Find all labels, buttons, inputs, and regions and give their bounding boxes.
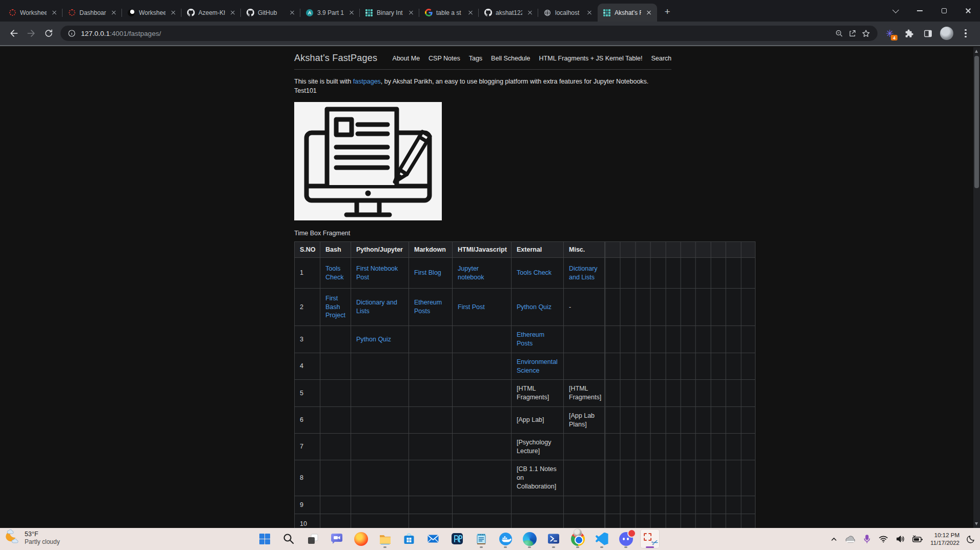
- share-icon[interactable]: [848, 29, 856, 37]
- table-cell-empty: [605, 496, 756, 514]
- pb-app-icon[interactable]: [447, 529, 467, 548]
- page-scrollbar[interactable]: [973, 47, 980, 528]
- search-icon[interactable]: [279, 529, 298, 548]
- nav-link-tags[interactable]: Tags: [469, 55, 482, 62]
- table-cell: Environmental Science: [512, 353, 564, 380]
- chrome-icon[interactable]: [568, 529, 587, 548]
- tab-close-icon[interactable]: [169, 9, 177, 17]
- volume-icon[interactable]: [894, 534, 906, 544]
- nav-link-about-me[interactable]: About Me: [393, 55, 420, 62]
- page-title[interactable]: Akshat's FastPages: [294, 53, 377, 64]
- menu-kebab-icon[interactable]: [958, 26, 973, 40]
- tray-chevron-icon[interactable]: [829, 534, 839, 544]
- table-link[interactable]: Dictionary and Lists: [569, 265, 598, 281]
- table-link[interactable]: Python Quiz: [356, 336, 391, 343]
- onedrive-icon[interactable]: [844, 534, 857, 544]
- discord-icon[interactable]: [616, 529, 636, 548]
- table-link[interactable]: Jupyter notebook: [458, 265, 484, 281]
- table-link[interactable]: First Notebook Post: [356, 265, 398, 281]
- tab-close-icon[interactable]: [466, 9, 475, 17]
- chat-icon[interactable]: [327, 529, 346, 548]
- tab-close-icon[interactable]: [645, 9, 653, 17]
- table-link[interactable]: Ethereum Posts: [414, 299, 442, 315]
- nav-link-bell-schedule[interactable]: Bell Schedule: [491, 55, 530, 62]
- fastpages-link[interactable]: fastpages: [353, 78, 381, 85]
- browser-tab[interactable]: Azeem-Kh: [181, 4, 241, 22]
- nav-link-search[interactable]: Search: [651, 55, 671, 62]
- start-button[interactable]: [255, 529, 274, 548]
- vscode-icon[interactable]: [592, 529, 611, 548]
- browser-tab[interactable]: table a st: [419, 4, 479, 22]
- canvas-icon: [68, 9, 76, 17]
- edge-icon[interactable]: [520, 529, 539, 548]
- tab-close-icon[interactable]: [229, 9, 237, 17]
- table-link[interactable]: Python Quiz: [517, 303, 552, 311]
- reload-button[interactable]: [40, 25, 57, 42]
- browser-tab[interactable]: akshat122: [479, 4, 538, 22]
- minimize-button[interactable]: [908, 0, 932, 22]
- side-panel-icon[interactable]: [921, 26, 935, 40]
- tab-search-button[interactable]: [884, 0, 908, 22]
- close-button[interactable]: [956, 0, 980, 22]
- tab-label: Akshat's F: [615, 9, 641, 16]
- focus-assist-moon-icon[interactable]: [965, 533, 977, 545]
- browser-tab[interactable]: GitHub: [241, 4, 300, 22]
- file-explorer-icon[interactable]: [375, 529, 395, 548]
- notepad-icon[interactable]: [472, 529, 491, 548]
- tab-close-icon[interactable]: [348, 9, 356, 17]
- browser-tab[interactable]: localhost: [538, 4, 598, 22]
- scrollbar-down-arrow[interactable]: [975, 522, 978, 525]
- address-bar[interactable]: 127.0.0.1:4001/fastpages/: [60, 26, 877, 41]
- browser-tab[interactable]: Dashboar: [63, 4, 122, 22]
- maximize-button[interactable]: [932, 0, 956, 22]
- tab-label: 3.9 Part 1: [317, 9, 344, 16]
- firefox-icon[interactable]: [351, 529, 371, 548]
- site-info-icon[interactable]: [68, 29, 76, 37]
- forward-button[interactable]: [23, 25, 40, 42]
- browser-tab[interactable]: Binary Int: [360, 4, 419, 22]
- profile-avatar[interactable]: [940, 26, 954, 40]
- table-link[interactable]: First Blog: [414, 269, 441, 276]
- docker-icon[interactable]: [496, 529, 515, 548]
- mail-icon[interactable]: [423, 529, 443, 548]
- battery-icon[interactable]: [911, 534, 925, 544]
- nav-link-csp-notes[interactable]: CSP Notes: [428, 55, 460, 62]
- table-cell: [453, 326, 512, 353]
- snipping-tool-icon[interactable]: ✂: [640, 529, 660, 548]
- store-icon[interactable]: [399, 529, 419, 548]
- browser-tab[interactable]: Workshee: [122, 4, 181, 22]
- extensions-puzzle-icon[interactable]: [902, 26, 916, 40]
- microphone-icon[interactable]: [862, 533, 872, 545]
- wifi-icon[interactable]: [877, 534, 890, 544]
- powershell-icon[interactable]: [544, 529, 563, 548]
- table-link[interactable]: First Bash Project: [325, 295, 345, 319]
- scrollbar-thumb[interactable]: [974, 56, 979, 188]
- tab-close-icon[interactable]: [50, 9, 58, 17]
- zoom-icon[interactable]: [835, 29, 843, 37]
- tab-close-icon[interactable]: [526, 9, 534, 17]
- tab-close-icon[interactable]: [110, 9, 118, 17]
- table-link[interactable]: Tools Check: [517, 269, 552, 276]
- clock[interactable]: 10:12 PM 11/17/2022: [929, 532, 961, 547]
- bookmark-star-icon[interactable]: [862, 29, 870, 38]
- tab-label: Workshee: [20, 9, 47, 16]
- table-link[interactable]: Ethereum Posts: [517, 331, 544, 347]
- scrollbar-up-arrow[interactable]: [975, 50, 978, 53]
- browser-tab-active[interactable]: Akshat's F: [598, 4, 657, 22]
- table-link[interactable]: Dictionary and Lists: [356, 299, 397, 315]
- table-link[interactable]: Tools Check: [325, 265, 343, 281]
- browser-tab[interactable]: Workshee: [3, 4, 63, 22]
- task-view-icon[interactable]: [303, 529, 322, 548]
- weather-widget[interactable]: 53°FPartly cloudy: [5, 529, 60, 547]
- extension-icon[interactable]: ✳4: [883, 26, 897, 40]
- tab-close-icon[interactable]: [288, 9, 296, 17]
- tab-close-icon[interactable]: [407, 9, 415, 17]
- new-tab-button[interactable]: +: [660, 5, 675, 19]
- table-link[interactable]: Environmental Science: [517, 358, 558, 374]
- table-link[interactable]: First Post: [458, 303, 485, 311]
- back-button[interactable]: [5, 25, 23, 42]
- tab-close-icon[interactable]: [585, 9, 594, 17]
- nav-link-html-fragments[interactable]: HTML Fragments + JS Kernel Table!: [539, 55, 643, 62]
- url-text[interactable]: 127.0.0.1:4001/fastpages/: [81, 30, 830, 37]
- browser-tab[interactable]: A3.9 Part 1: [300, 4, 360, 22]
